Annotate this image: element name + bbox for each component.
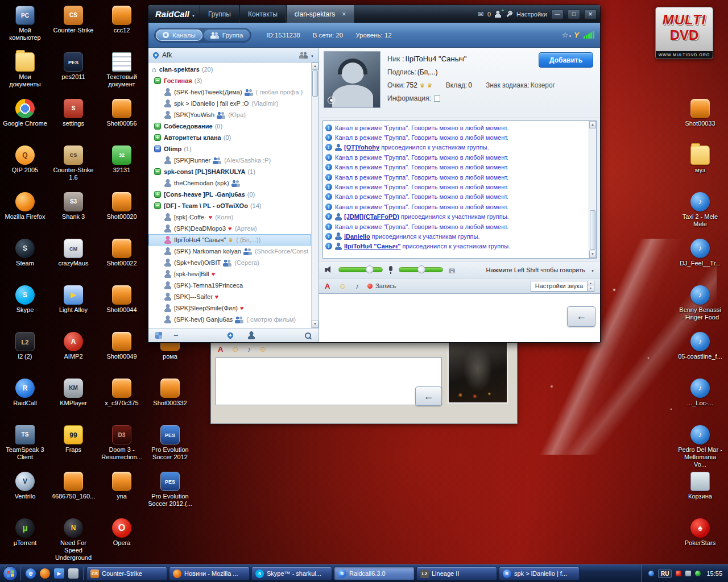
- show-desktop-icon[interactable]: [68, 568, 78, 579]
- slider-knob[interactable]: [417, 265, 425, 273]
- desktop-icon-4686750-160[interactable]: 4686750_160...: [51, 472, 96, 500]
- clock[interactable]: 15:55: [706, 570, 722, 577]
- font-color-icon[interactable]: [325, 282, 330, 290]
- message-input[interactable]: [319, 293, 600, 342]
- desktop-icon-pedro-del-mar-mellomania-vo[interactable]: ♪Pedro Del Mar - Mellomania Vo...: [678, 425, 722, 468]
- desktop-icon-light-alloy[interactable]: ▶Light Alloy: [51, 285, 96, 314]
- music-icon[interactable]: [247, 345, 251, 354]
- tree-user-spk-hevi-bill[interactable]: [spk-hevi]Bill♥: [148, 268, 311, 280]
- spin-up-icon[interactable]: [588, 281, 594, 286]
- emoticon-icon[interactable]: [259, 344, 267, 354]
- desktop-icon-shot00033[interactable]: Shot00033: [678, 99, 722, 127]
- desktop-icon-мои-документы[interactable]: Мои документы: [3, 52, 47, 88]
- desktop-icon-shot00056[interactable]: Shot00056: [100, 99, 144, 127]
- tree-item-spk-const-pl-sharkulya[interactable]: −spk-const [PL]SHARKULYA(1): [148, 166, 311, 177]
- tree-user-spk-narkoman-kolyan[interactable]: (SPK) Narkoman kolyan(ShockForce/Const: [148, 246, 311, 257]
- tree-user-spk-hevi-ganju6as[interactable]: (SPK-hevi) Ganju6as( смотрю фильм): [148, 314, 311, 325]
- desktop-icon-google-chrome[interactable]: Google Chrome: [3, 99, 47, 127]
- smiley-icon[interactable]: [231, 344, 239, 354]
- tree-item-cons-heave-pl-ganju6as[interactable]: +[Cons-heave ]PL -Ganju6as(0): [148, 189, 311, 200]
- maximize-button[interactable]: [568, 9, 580, 19]
- tree-user-spk-hevi-orbit[interactable]: (Spk+hevi)OrBIT(Серега): [148, 257, 311, 268]
- desktop-icon-teamspeak-3-client[interactable]: TSTeamSpeak 3 Client: [3, 425, 47, 461]
- taskbar-button-lineage-ii[interactable]: L2Lineage II: [416, 567, 497, 580]
- tab-группы[interactable]: Группы: [200, 5, 239, 23]
- microphone-icon[interactable]: [388, 266, 393, 274]
- desktop-icon-shot00020[interactable]: Shot00020: [100, 192, 144, 221]
- add-friend-button[interactable]: Добавить: [539, 52, 593, 68]
- scroll-thumb[interactable]: [590, 210, 595, 250]
- chevron-down-icon[interactable]: [192, 9, 195, 19]
- desktop-icon-05-coastline-f[interactable]: ♪05-coastline_f...: [678, 332, 722, 360]
- tree-item-собеседование[interactable]: +Собеседование(0): [148, 120, 311, 132]
- desktop-icon-mozilla-firefox[interactable]: Mozilla Firefox: [3, 192, 47, 221]
- tree-scrollbar[interactable]: [311, 63, 318, 328]
- desktop-icon-x-c970c375[interactable]: x_c970c375: [100, 379, 144, 407]
- desktop-icon-torrent[interactable]: µµTorrent: [3, 518, 47, 547]
- tree-item-гостиная[interactable]: −Гостиная(3): [148, 75, 311, 86]
- font-color-icon[interactable]: [218, 345, 223, 354]
- desktop-icon-need-for-speed-underground[interactable]: NNeed For Speed Underground: [51, 518, 96, 562]
- ptt-setting[interactable]: Нажмите Left Shift чтобы говорить: [486, 267, 585, 273]
- status-header[interactable]: Afk: [148, 48, 318, 63]
- send-button[interactable]: [567, 306, 595, 327]
- desktop-icon-crazymaus[interactable]: CMcrazyMaus: [51, 239, 96, 267]
- user-link-qt-yohohy[interactable]: [QT]Yohohy: [344, 144, 379, 151]
- channels-grid-icon[interactable]: [155, 332, 162, 339]
- sound-settings-select[interactable]: Настройки звука: [531, 281, 594, 292]
- desktop-icon-pro-evolution-soccer-2012[interactable]: PESPro Evolution Soccer 2012.(...: [148, 472, 192, 508]
- taskbar-button-spk-idaniello-f[interactable]: Rspk > iDaniello | f...: [499, 567, 580, 580]
- raidcall-tray-icon[interactable]: [648, 571, 654, 576]
- desktop-icon-32131[interactable]: 3232131: [100, 146, 144, 174]
- desktop-icon-taxi-2-mele-mele[interactable]: ♪Taxi 2 - Mele Mele: [678, 192, 722, 228]
- scroll-thumb[interactable]: [312, 70, 318, 97]
- language-indicator[interactable]: RU: [658, 569, 672, 578]
- tree-user-spk-youwish[interactable]: [SPK]YouWish(Юра): [148, 109, 311, 120]
- antivirus-tray-icon[interactable]: [676, 571, 681, 576]
- tab-clan-spektars[interactable]: clan-spektars×: [286, 5, 354, 23]
- desktop-icon-мой-компьютер[interactable]: PCМой компьютер: [3, 6, 47, 41]
- desktop-icon-shot00044[interactable]: Shot00044: [100, 285, 144, 314]
- minimize-button[interactable]: [551, 9, 564, 19]
- member-icon[interactable]: [248, 331, 255, 339]
- desktop-icon-steam[interactable]: SSteam: [3, 239, 47, 267]
- scroll-down-icon[interactable]: [312, 321, 318, 328]
- tree-item-авторитеты-клана[interactable]: +Авторитеты клана(0): [148, 132, 311, 143]
- desktop-icon-doom-3-resurrection[interactable]: D3Doom 3 - Resurrection...: [100, 425, 144, 461]
- firefox-icon[interactable]: [40, 568, 50, 579]
- desktop-icon-shot00022[interactable]: Shot00022: [100, 239, 144, 267]
- desktop-icon-pokerstars[interactable]: ♠PokerStars: [678, 518, 722, 547]
- tree-user-spk-hevi-tweek-дима[interactable]: (SPK-hevi)Tweek(Дима)( любая профа ): [148, 86, 311, 98]
- taskbar-button-counter-strike[interactable]: CSCounter-Strike: [86, 567, 167, 580]
- tab-контакты[interactable]: Контакты: [239, 5, 286, 23]
- add-user-icon[interactable]: [495, 10, 502, 18]
- media-player-icon[interactable]: ▶: [54, 568, 64, 579]
- record-button[interactable]: Запись: [367, 282, 396, 289]
- chat-send-button[interactable]: [415, 386, 442, 406]
- desktop-icon-текстовый-документ[interactable]: Текстовый документ: [100, 52, 144, 88]
- chevron-down-icon[interactable]: [311, 51, 314, 59]
- desktop-icon-raidcall[interactable]: RRaidCall: [3, 379, 47, 407]
- desktop-icon-yna[interactable]: yna: [100, 472, 144, 500]
- slider-knob[interactable]: [366, 265, 374, 273]
- scroll-up-icon[interactable]: [589, 121, 596, 128]
- chevron-down-icon[interactable]: [591, 267, 594, 273]
- desktop-icon-counter-strike-1-6[interactable]: CSCounter-Strike 1.6: [51, 146, 96, 181]
- tree-user-iipitohu4-саныч[interactable]: IIpiToHu4 "Саныч"♛( (Бп,...)): [148, 234, 311, 246]
- tree-user-spk-coffe[interactable]: [spk]-Coffe-♥(Коля): [148, 211, 311, 223]
- smiley-icon[interactable]: [338, 281, 346, 290]
- chevron-down-icon[interactable]: [568, 32, 572, 39]
- favorite-star-icon[interactable]: [562, 31, 569, 39]
- wrench-icon[interactable]: [506, 11, 512, 18]
- desktop-icon-loc[interactable]: ♪..._Loc-...: [678, 379, 722, 407]
- desktop-icon-qip-2005[interactable]: QQIP 2005: [3, 146, 47, 174]
- desktop-icon-aimp2[interactable]: AAIMP2: [51, 332, 96, 360]
- user-link-jdm-ctaffopd[interactable]: [JDM[](CTaFFoPD): [344, 213, 399, 220]
- desktop-icon-shot000332[interactable]: Shot000332: [148, 379, 192, 407]
- tree-user-thechemodan-spk[interactable]: theChemodan (spk): [148, 177, 311, 189]
- scroll-down-icon[interactable]: [589, 251, 596, 258]
- tree-user-spk-temna19princeca[interactable]: (SPK)-Temna19Princeca: [148, 280, 311, 291]
- taskbar-button-skype-sharkul[interactable]: SSkype™ - sharkul...: [251, 567, 332, 580]
- collapse-all-icon[interactable]: [173, 331, 178, 340]
- group-button[interactable]: Группа: [204, 30, 250, 41]
